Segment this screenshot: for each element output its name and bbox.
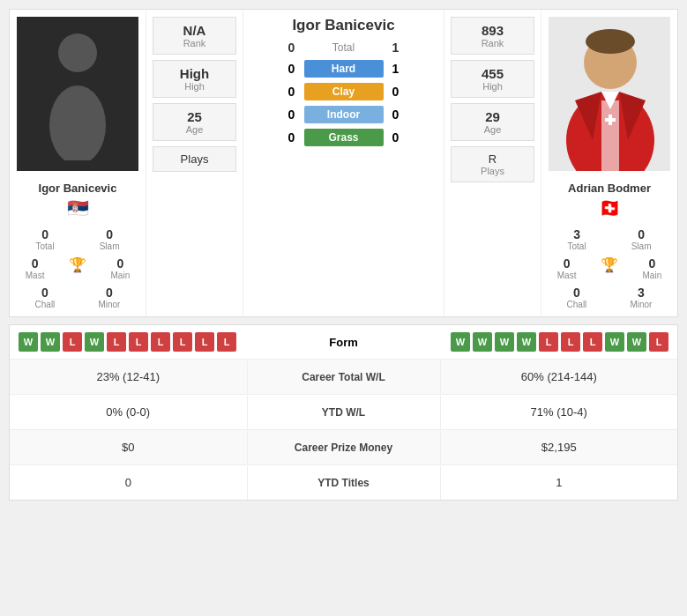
form-badge-right: W: [517, 332, 536, 352]
left-player-stats-row3: 0 Chall 0 Minor: [13, 286, 142, 309]
form-badge-left: L: [195, 332, 214, 352]
right-stats-column: 893 Rank 455 High 29 Age R Plays: [444, 10, 541, 316]
left-player-name: Igor Banicevic: [39, 182, 117, 195]
stats-right-value: 71% (10-4): [441, 395, 678, 429]
right-stat-mast: 0 Mast: [557, 256, 577, 280]
center-score-column: Igor Banicevic 0 Total 1 0 Hard 1 0 Clay…: [243, 10, 444, 316]
stats-left-value: $0: [10, 430, 247, 464]
right-player-stats-row2: 0 Mast 🏆 0 Main: [545, 256, 674, 280]
left-player-photo: [17, 17, 138, 171]
left-player-name-top: Igor Banicevic: [292, 17, 394, 34]
left-player-column: Igor Banicevic 🇷🇸 0 Total 0 Slam 0 Mast …: [10, 10, 146, 316]
left-stat-main: 0 Main: [111, 256, 131, 280]
right-plays-box: R Plays: [451, 146, 535, 182]
right-player-column: Adrian Bodmer 🇨🇭 3 Total 0 Slam 0 Mast 🏆: [541, 10, 677, 316]
stats-data-row: 0 YTD Titles 1: [10, 465, 677, 500]
form-badge-left: L: [173, 332, 192, 352]
left-player-flag: 🇷🇸: [67, 197, 89, 219]
left-age-box: 25 Age: [153, 103, 237, 141]
form-badge-left: W: [41, 332, 60, 352]
left-plays-box: Plays: [153, 146, 237, 172]
stats-data-row: 23% (12-41) Career Total W/L 60% (214-14…: [10, 360, 677, 395]
svg-rect-11: [609, 115, 612, 125]
right-stat-total: 3 Total: [568, 227, 586, 251]
form-badge-right: W: [495, 332, 514, 352]
svg-point-6: [586, 29, 635, 54]
right-player-stats-row1: 3 Total 0 Slam: [545, 227, 674, 251]
stats-data-row: $0 Career Prize Money $2,195: [10, 430, 677, 465]
right-stat-chall: 0 Chall: [567, 286, 587, 309]
trophy-icon-right: 🏆: [601, 256, 618, 280]
form-badge-right: L: [649, 332, 668, 352]
form-badge-left: W: [85, 332, 104, 352]
stats-left-value: 0: [10, 465, 247, 500]
grass-score-row: 0 Grass 0: [247, 129, 440, 146]
left-player-stats-row1: 0 Total 0 Slam: [13, 227, 142, 251]
stats-center-label: Career Total W/L: [247, 360, 441, 394]
form-badge-left: L: [129, 332, 148, 352]
stats-right-value: 60% (214-144): [441, 360, 678, 394]
stats-center-label: YTD W/L: [247, 396, 441, 429]
form-badge-left: L: [63, 332, 82, 352]
form-badge-left: L: [151, 332, 170, 352]
right-stat-slam: 0 Slam: [631, 227, 652, 251]
form-badge-right: L: [539, 332, 558, 352]
form-row: WWLWLLLLLL Form WWWWLLLWWL: [10, 325, 677, 360]
form-badge-right: L: [583, 332, 602, 352]
form-right-badges: WWWWLLLWWL: [406, 332, 669, 352]
stats-rows-container: 23% (12-41) Career Total W/L 60% (214-14…: [10, 360, 677, 500]
stats-left-value: 23% (12-41): [10, 360, 247, 394]
indoor-score-row: 0 Indoor 0: [247, 106, 440, 123]
stats-center-label: Career Prize Money: [247, 431, 441, 464]
right-rank-box: 893 Rank: [451, 17, 535, 55]
form-badge-right: L: [561, 332, 580, 352]
svg-rect-4: [601, 100, 619, 171]
stats-right-value: $2,195: [441, 430, 678, 464]
bottom-stats-section: WWLWLLLLLL Form WWWWLLLWWL 23% (12-41) C…: [9, 324, 678, 501]
right-stat-main: 0 Main: [643, 256, 662, 280]
form-badge-right: W: [473, 332, 492, 352]
stats-data-row: 0% (0-0) YTD W/L 71% (10-4): [10, 395, 677, 430]
main-container: Igor Banicevic 🇷🇸 0 Total 0 Slam 0 Mast …: [0, 0, 687, 509]
total-score-row: 0 Total 1: [247, 41, 440, 55]
left-stats-column: N/A Rank High High 25 Age Plays: [146, 10, 243, 316]
clay-score-row: 0 Clay 0: [247, 83, 440, 100]
player-comparison-card: Igor Banicevic 🇷🇸 0 Total 0 Slam 0 Mast …: [9, 9, 678, 317]
form-badge-left: L: [217, 332, 236, 352]
trophy-icon-left: 🏆: [69, 256, 86, 280]
stats-left-value: 0% (0-0): [10, 395, 247, 429]
form-badge-left: L: [107, 332, 126, 352]
right-age-box: 29 Age: [451, 103, 535, 141]
right-stat-minor: 3 Minor: [630, 286, 652, 309]
form-label: Form: [282, 336, 406, 349]
right-player-name: Adrian Bodmer: [568, 182, 651, 195]
form-badge-right: W: [627, 332, 646, 352]
left-stat-total: 0 Total: [36, 227, 55, 251]
hard-score-row: 0 Hard 1: [247, 60, 440, 78]
form-left-badges: WWLWLLLLLL: [19, 332, 282, 352]
left-stat-minor: 0 Minor: [98, 286, 120, 309]
svg-point-0: [58, 33, 97, 72]
stats-right-value: 1: [441, 465, 678, 500]
stats-center-label: YTD Titles: [247, 466, 441, 500]
left-stat-chall: 0 Chall: [35, 286, 56, 309]
left-rank-box: N/A Rank: [153, 17, 237, 55]
form-badge-right: W: [605, 332, 624, 352]
left-high-box: High High: [153, 60, 237, 98]
form-badge-right: W: [451, 332, 470, 352]
right-player-flag: 🇨🇭: [599, 197, 621, 219]
svg-point-1: [49, 85, 106, 160]
right-player-stats-row3: 0 Chall 3 Minor: [545, 286, 674, 309]
left-stat-slam: 0 Slam: [100, 227, 120, 251]
form-badge-left: W: [19, 332, 38, 352]
left-player-stats-row2: 0 Mast 🏆 0 Main: [13, 256, 142, 280]
left-stat-mast: 0 Mast: [26, 256, 45, 280]
right-high-box: 455 High: [451, 60, 535, 98]
right-player-photo: [549, 17, 670, 171]
